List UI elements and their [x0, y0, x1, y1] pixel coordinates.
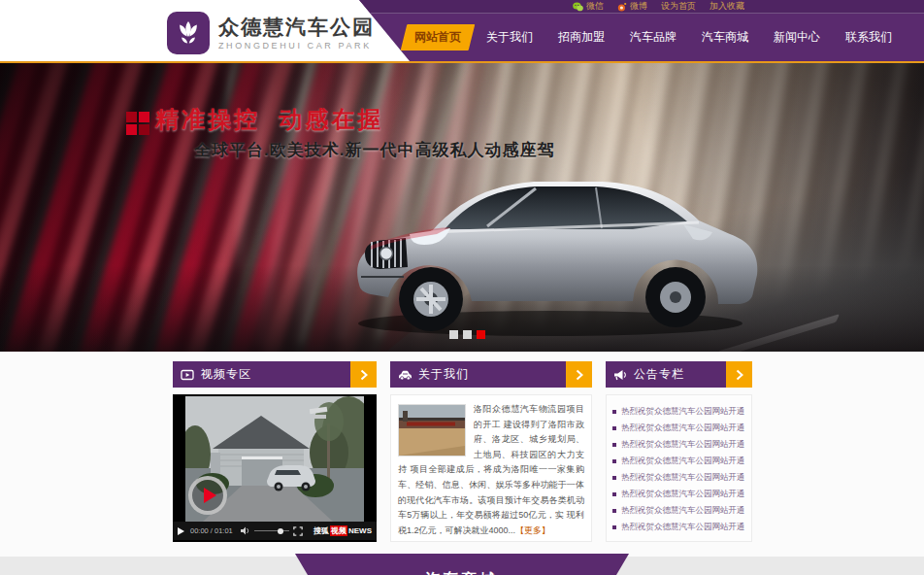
sohu-video-logo: 视频: [330, 525, 347, 536]
nav-about[interactable]: 关于我们: [476, 24, 544, 51]
news-logo: NEWS: [348, 526, 372, 535]
footer-section-header: 汽车商城: [295, 554, 629, 575]
bullet-icon: [612, 476, 616, 480]
nav-about-label: 关于我们: [486, 30, 533, 44]
notice-list: 热烈祝贺众德慧汽车公园网站开通了！ 热烈祝贺众德慧汽车公园网站开通了！ 热烈祝贺…: [606, 394, 752, 542]
notice-text: 热烈祝贺众德慧汽车公园网站开通了！: [621, 489, 745, 500]
notice-item[interactable]: 热烈祝贺众德慧汽车公园网站开通了！: [612, 502, 745, 519]
play-button[interactable]: [188, 476, 227, 515]
notice-item[interactable]: 热烈祝贺众德慧汽车公园网站开通了！: [612, 486, 745, 502]
play-icon: [204, 488, 216, 503]
volume-slider[interactable]: [254, 530, 289, 531]
bullet-icon: [612, 443, 616, 447]
nav-contact-label: 联系我们: [845, 30, 892, 44]
about-content: 洛阳众德慧汽车物流园项目的开工 建设得到了洛阳市政府、洛龙区、城乡规划局、土地局…: [390, 394, 592, 542]
about-more-button[interactable]: [566, 361, 592, 388]
weibo-label: 微博: [630, 0, 647, 13]
notice-more-button[interactable]: [726, 361, 752, 388]
set-home-link[interactable]: 设为首页: [661, 0, 696, 13]
carousel-dot-1[interactable]: [449, 330, 458, 339]
red-squares-icon: [126, 112, 149, 135]
notice-section-title: 公告专栏: [634, 366, 684, 383]
notice-section: 公告专栏 热烈祝贺众德慧汽车公园网站开通了！ 热烈祝贺众德慧汽车公园网站开通了！…: [606, 361, 752, 542]
nav-news[interactable]: 新闻中心: [763, 24, 831, 51]
slider-knob[interactable]: [278, 528, 283, 534]
logo-text: 众德慧汽车公园 ZHONGDEHUI CAR PARK: [218, 16, 375, 51]
notice-item[interactable]: 热烈祝贺众德慧汽车公园网站开通了！: [612, 453, 745, 469]
wechat-link[interactable]: 微信: [573, 0, 604, 13]
nav-contact[interactable]: 联系我们: [835, 24, 903, 51]
megaphone-icon: [613, 368, 628, 381]
chevron-right-icon: [736, 369, 743, 381]
nav-join[interactable]: 招商加盟: [547, 24, 615, 51]
notice-text: 热烈祝贺众德慧汽车公园网站开通了！: [621, 522, 745, 533]
nav-news-label: 新闻中心: [774, 30, 820, 44]
chevron-right-icon: [360, 369, 368, 381]
footer-section-title: 汽车商城: [295, 570, 629, 575]
logo[interactable]: 众德慧汽车公园 ZHONGDEHUI CAR PARK: [167, 12, 375, 54]
notice-text: 热烈祝贺众德慧汽车公园网站开通了！: [621, 423, 745, 434]
car-image: [342, 139, 769, 343]
wechat-label: 微信: [586, 0, 604, 13]
about-section-header: 关于我们: [390, 361, 592, 388]
notice-text: 热烈祝贺众德慧汽车公园网站开通了！: [621, 406, 745, 418]
bullet-icon: [612, 426, 616, 430]
notice-item[interactable]: 热烈祝贺众德慧汽车公园网站开通了！: [612, 420, 745, 436]
carousel-dots: [449, 330, 485, 339]
hero-banner[interactable]: 精准操控 动感在握 全球平台.欧美技术.新一代中高级私人动感座驾: [0, 63, 924, 352]
notice-text: 热烈祝贺众德慧汽车公园网站开通了！: [621, 472, 745, 484]
about-photo: [398, 404, 466, 457]
video-section: 视频专区: [173, 361, 377, 542]
nav-mall[interactable]: 汽车商城: [691, 24, 759, 51]
nav-home[interactable]: 网站首页: [401, 24, 476, 51]
carousel-dot-2[interactable]: [463, 330, 472, 339]
notice-text: 热烈祝贺众德慧汽车公园网站开通了！: [621, 505, 745, 517]
nav-home-label: 网站首页: [414, 29, 461, 46]
bullet-icon: [612, 459, 616, 463]
page: 众德慧汽车公园 ZHONGDEHUI CAR PARK 微信: [0, 0, 924, 575]
nav-brands-label: 汽车品牌: [630, 30, 676, 44]
player-time: 00:00 / 01:01: [190, 526, 233, 535]
notice-item[interactable]: 热烈祝贺众德慧汽车公园网站开通了！: [612, 519, 745, 535]
header-nav-panel: 微信 微博 设为首页 加入收藏 网站首页: [359, 0, 924, 61]
video-player[interactable]: 00:00 / 01:01 搜狐 视频 NEWS: [173, 394, 377, 542]
more-link[interactable]: 【更多】: [515, 525, 550, 535]
car-icon: [398, 368, 412, 381]
content: 视频专区: [173, 361, 752, 542]
sohu-logo: 搜狐: [314, 525, 329, 536]
logo-icon: [167, 12, 210, 54]
video-brand: 搜狐 视频 NEWS: [314, 525, 372, 536]
notice-text: 热烈祝贺众德慧汽车公园网站开通了！: [621, 456, 745, 467]
notice-item[interactable]: 热烈祝贺众德慧汽车公园网站开通了！: [612, 436, 745, 453]
about-section-title: 关于我们: [418, 366, 469, 383]
weibo-link[interactable]: 微博: [617, 0, 647, 13]
nav-mall-label: 汽车商城: [702, 30, 748, 44]
carousel-dot-3[interactable]: [477, 330, 485, 339]
site-title: 众德慧汽车公园: [218, 16, 375, 39]
chevron-right-icon: [576, 369, 583, 381]
notice-section-header: 公告专栏: [606, 361, 752, 388]
video-section-header: 视频专区: [173, 361, 377, 388]
add-favorite-link[interactable]: 加入收藏: [710, 0, 744, 13]
set-home-label: 设为首页: [661, 0, 696, 13]
site-subtitle: ZHONGDEHUI CAR PARK: [218, 41, 375, 51]
notice-text: 热烈祝贺众德慧汽车公园网站开通了！: [621, 439, 745, 451]
notice-item[interactable]: 热烈祝贺众德慧汽车公园网站开通了！: [612, 403, 745, 420]
wechat-icon: [573, 2, 583, 12]
add-favorite-label: 加入收藏: [710, 0, 744, 13]
nav-brands[interactable]: 汽车品牌: [619, 24, 687, 51]
video-section-title: 视频专区: [201, 366, 251, 383]
volume-icon[interactable]: [241, 526, 250, 535]
about-section: 关于我们: [390, 361, 592, 542]
topbar: 微信 微博 设为首页 加入收藏: [359, 0, 924, 14]
nav-join-label: 招商加盟: [558, 30, 605, 44]
bullet-icon: [612, 410, 616, 414]
fullscreen-icon[interactable]: [293, 526, 303, 536]
bullet-icon: [612, 492, 616, 496]
site-header: 众德慧汽车公园 ZHONGDEHUI CAR PARK 微信: [0, 0, 924, 63]
video-more-button[interactable]: [350, 361, 377, 388]
player-play-icon[interactable]: [178, 527, 184, 535]
notice-item[interactable]: 热烈祝贺众德慧汽车公园网站开通了！: [612, 469, 745, 486]
bullet-icon: [612, 509, 616, 513]
weibo-icon: [617, 2, 627, 12]
